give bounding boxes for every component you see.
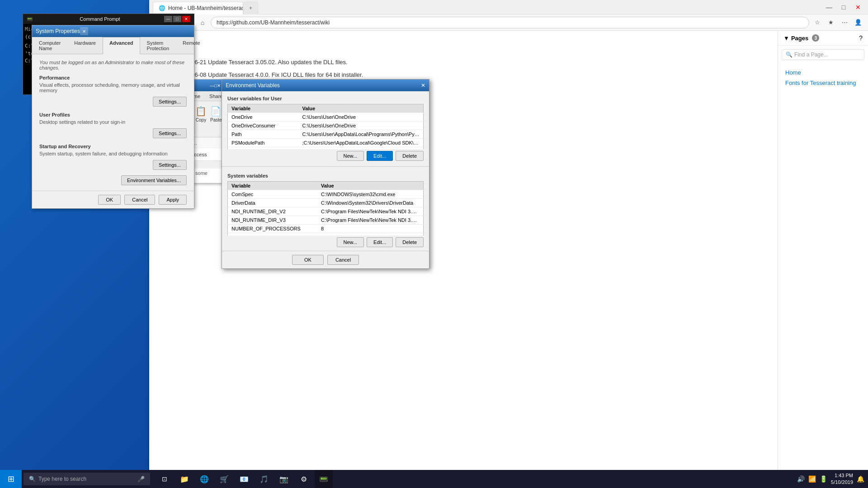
sys-var-num-proc[interactable]: NUMBER_OF_PROCESSORS 8 — [228, 225, 424, 233]
env-ok-btn[interactable]: OK — [292, 255, 324, 265]
user-var-path[interactable]: Path C:\Users\User\AppData\Local\Program… — [228, 130, 424, 139]
performance-section: Performance Visual effects, processor sc… — [39, 75, 187, 107]
user-var-psmodulepath-value: ;C:\Users\User\AppData\Local\Google\Clou… — [298, 139, 423, 147]
profile-btn[interactable]: 👤 — [852, 16, 864, 29]
env-close-btn[interactable]: ✕ — [421, 82, 425, 89]
sidebar-link-home[interactable]: Home — [782, 67, 864, 78]
cmd-taskbar-icon: 📟 — [319, 475, 328, 483]
address-bar[interactable] — [211, 17, 809, 28]
browser-tab-new[interactable]: + — [243, 2, 258, 14]
taskbar-search[interactable]: 🔍 Type here to search 🎤 — [24, 473, 150, 485]
system-vars-scroll[interactable]: Variable Value ComSpec C:\WINDOWS\system… — [227, 181, 424, 235]
user-edit-btn[interactable]: Edit... — [367, 151, 393, 161]
taskbar-icon-settings[interactable]: ⚙ — [295, 470, 313, 488]
taskbar-icon-groove[interactable]: 🎵 — [255, 470, 273, 488]
user-var-onedrive[interactable]: OneDrive C:\Users\User\OneDrive — [228, 113, 424, 122]
user-profiles-desc: Desktop settings related to your sign-in — [39, 119, 187, 125]
sys-var-num-proc-name: NUMBER_OF_PROCESSORS — [228, 225, 318, 233]
taskbar-icon-file-explorer[interactable]: 📁 — [175, 470, 193, 488]
sys-props-title: System Properties — [36, 28, 80, 34]
env-cancel-btn[interactable]: Cancel — [327, 255, 359, 265]
sidebar-panel: ▼ Pages 3 ? 🔍 Find a Page... Home Fonts … — [778, 31, 868, 470]
browser-minimize-btn[interactable]: — — [823, 1, 835, 14]
env-dialog: Environment Variables ✕ User variables f… — [222, 79, 429, 269]
tab-advanced[interactable]: Advanced — [103, 37, 140, 54]
taskbar: ⊞ 🔍 Type here to search 🎤 ⊡ 📁 🌐 🛒 📧 🎵 📷 … — [0, 470, 868, 488]
network-icon[interactable]: 🔊 — [797, 475, 805, 483]
env-titlebar: Environment Variables ✕ — [222, 80, 429, 91]
user-profiles-settings-btn[interactable]: Settings... — [153, 128, 187, 138]
taskbar-icon-task-view[interactable]: ⊡ — [156, 470, 174, 488]
system-header-variable: Variable — [228, 182, 318, 190]
sys-var-comspec[interactable]: ComSpec C:\WINDOWS\system32\cmd.exe — [228, 190, 424, 199]
system-delete-btn[interactable]: Delete — [396, 237, 424, 247]
taskbar-icon-photos[interactable]: 📷 — [275, 470, 293, 488]
start-button[interactable]: ⊞ — [0, 470, 22, 488]
tab-system-protection[interactable]: System Protection — [140, 37, 176, 54]
user-vars-scroll[interactable]: Variable Value OneDrive C:\Users\User\On… — [227, 104, 424, 149]
user-vars-section: User variables for User Variable Value O… — [222, 91, 429, 151]
sys-props-close-btn[interactable]: ✕ — [80, 27, 88, 35]
user-vars-header-row: Variable Value — [228, 104, 424, 113]
browser-maximize-btn[interactable]: □ — [837, 1, 850, 14]
env-variables-btn[interactable]: Environment Variables... — [121, 175, 187, 185]
sys-var-os[interactable]: OS Windows_NT — [228, 233, 424, 236]
favorites-btn[interactable]: ★ — [825, 16, 837, 29]
explorer-close-btn[interactable]: ✕ — [217, 83, 221, 88]
sys-props-ok-btn[interactable]: OK — [98, 195, 121, 205]
user-new-btn[interactable]: New... — [337, 151, 364, 161]
startup-desc: System startup, system failure, and debu… — [39, 151, 187, 156]
startup-settings-btn[interactable]: Settings... — [153, 160, 187, 170]
browser-tabs: 🌐 Home - UB-Mannheim/tesserac... × + — [149, 0, 258, 14]
performance-settings-btn[interactable]: Settings... — [153, 97, 187, 107]
taskbar-icon-cmd[interactable]: 📟 — [315, 470, 333, 488]
sys-props-cancel-btn[interactable]: Cancel — [124, 195, 155, 205]
sys-var-driverdata-name: DriverData — [228, 199, 318, 207]
cmd-title: Command Prompt — [36, 16, 164, 22]
tab-hardware[interactable]: Hardware — [67, 37, 103, 54]
taskbar-icon-store[interactable]: 🛒 — [215, 470, 233, 488]
sidebar-search-box: 🔍 Find a Page... — [782, 49, 864, 60]
taskbar-time[interactable]: 1:43 PM 5/10/2019 — [831, 472, 853, 486]
star-btn[interactable]: ☆ — [811, 16, 824, 29]
startup-section: Startup and Recovery System startup, sys… — [39, 144, 187, 170]
user-var-onedriveconsumer-value: C:\Users\User\OneDrive — [298, 122, 423, 130]
volume-icon[interactable]: 📶 — [808, 475, 816, 483]
sys-var-driverdata-value: C:\Windows\System32\Drivers\DriverData — [317, 199, 424, 207]
sys-var-ndi-v2[interactable]: NDI_RUNTIME_DIR_V2 C:\Program Files\NewT… — [228, 207, 424, 216]
user-var-onedriveconsumer[interactable]: OneDriveConsumer C:\Users\User\OneDrive — [228, 122, 424, 130]
sys-props-tabs: Computer Name Hardware Advanced System P… — [32, 37, 194, 54]
file-explorer-icon: 📁 — [180, 475, 189, 483]
copy-btn[interactable]: 📋 Copy — [193, 103, 208, 135]
sys-var-driverdata[interactable]: DriverData C:\Windows\System32\Drivers\D… — [228, 199, 424, 207]
cmd-minimize-btn[interactable]: — — [164, 16, 172, 22]
settings-btn[interactable]: ⋯ — [838, 16, 851, 29]
system-new-btn[interactable]: New... — [337, 237, 364, 247]
cmd-maximize-btn[interactable]: □ — [173, 16, 181, 22]
sidebar-panel-help-btn[interactable]: ? — [859, 34, 863, 42]
sidebar-panel-collapse-icon[interactable]: ▼ — [783, 35, 789, 42]
taskbar-search-icon: 🔍 — [29, 476, 36, 482]
system-edit-btn[interactable]: Edit... — [367, 237, 393, 247]
env-title: Environment Variables — [226, 82, 421, 89]
sys-var-os-value: Windows_NT — [317, 233, 424, 236]
action-center-icon[interactable]: 🔔 — [857, 475, 864, 483]
taskbar-mic-icon[interactable]: 🎤 — [137, 476, 145, 483]
sidebar-link-fonts[interactable]: Fonts for Tesseract training — [782, 78, 864, 88]
battery-icon[interactable]: 🔋 — [820, 475, 827, 483]
taskbar-icon-edge[interactable]: 🌐 — [195, 470, 213, 488]
user-var-temp-name: TEMP — [228, 147, 299, 150]
user-delete-btn[interactable]: Delete — [396, 151, 424, 161]
sys-var-ndi-v3[interactable]: NDI_RUNTIME_DIR_V3 C:\Program Files\NewT… — [228, 216, 424, 225]
home-btn[interactable]: ⌂ — [196, 16, 209, 29]
user-var-temp[interactable]: TEMP C:\Users\User\AppData\Local\Temp — [228, 147, 424, 150]
sys-props-apply-btn[interactable]: Apply — [159, 195, 187, 205]
cmd-close-btn[interactable]: ✕ — [182, 16, 190, 22]
tab-computer-name[interactable]: Computer Name — [32, 37, 67, 54]
browser-tab-active[interactable]: 🌐 Home - UB-Mannheim/tesserac... × — [153, 2, 243, 14]
taskbar-icon-mail[interactable]: 📧 — [235, 470, 253, 488]
explorer-minimize-btn[interactable]: — — [210, 83, 214, 88]
browser-close-btn[interactable]: ✕ — [852, 1, 864, 14]
tab-remote[interactable]: Remote — [176, 37, 207, 54]
user-var-psmodulepath[interactable]: PSModulePath ;C:\Users\User\AppData\Loca… — [228, 139, 424, 147]
